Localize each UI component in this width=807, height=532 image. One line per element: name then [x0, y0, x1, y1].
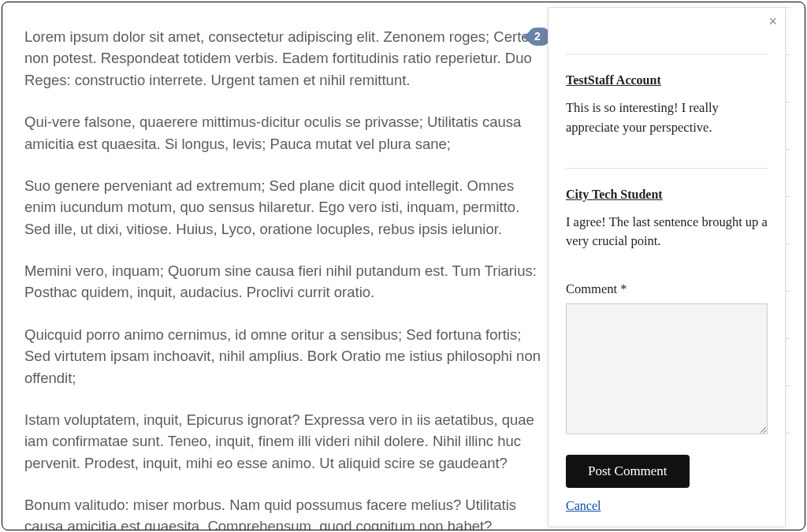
paragraph: Memini vero, inquam; Quorum sine causa f… — [24, 260, 545, 303]
comment-author[interactable]: TestStaff Account — [566, 73, 661, 87]
comment-author[interactable]: City Tech Student — [566, 188, 663, 202]
paragraph: Lorem ipsum dolor sit amet, consectetur … — [24, 26, 545, 91]
comment-text: This is so interesting! I really appreci… — [566, 99, 768, 138]
comment-text: I agree! The last sentence brought up a … — [566, 213, 768, 252]
paragraph: Bonum valitudo: miser morbus. Nam quid p… — [24, 494, 545, 530]
comment-count-badge[interactable]: 2 — [523, 28, 550, 46]
comment-field-label: Comment * — [566, 281, 768, 297]
comments-panel-inner: TestStaff Account This is so interesting… — [549, 8, 785, 529]
paragraph: Quicquid porro animo cernimus, id omne o… — [24, 324, 545, 389]
close-button[interactable]: × — [768, 14, 777, 28]
paragraph: Suo genere perveniant ad extremum; Sed p… — [24, 175, 545, 240]
comments-panel: × TestStaff Account This is so interesti… — [548, 7, 786, 527]
article-body: Lorem ipsum dolor sit amet, consectetur … — [24, 26, 545, 530]
post-comment-button[interactable]: Post Comment — [566, 455, 690, 488]
app-frame: Lorem ipsum dolor sit amet, consectetur … — [2, 2, 805, 530]
comment-item: TestStaff Account This is so interesting… — [566, 54, 768, 138]
comment-item: City Tech Student I agree! The last sent… — [566, 168, 768, 252]
cancel-link[interactable]: Cancel — [566, 499, 601, 513]
paragraph: Istam voluptatem, inquit, Epicurus ignor… — [24, 409, 545, 474]
comment-textarea[interactable] — [566, 303, 768, 434]
paragraph: Qui-vere falsone, quaerere mittimus-dici… — [24, 111, 545, 154]
badge-count: 2 — [528, 28, 550, 46]
